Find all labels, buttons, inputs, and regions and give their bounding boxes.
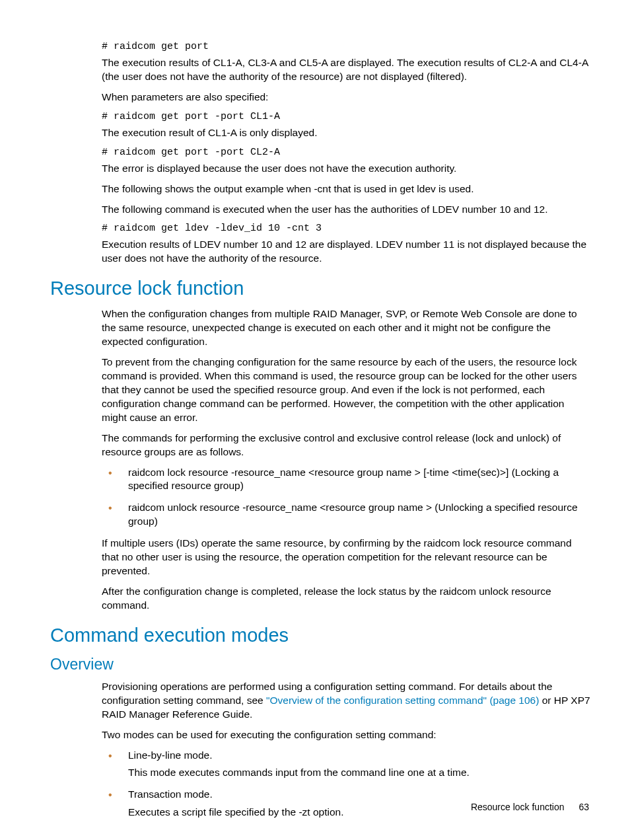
code-line: # raidcom get ldev -ldev_id 10 -cnt 3 (102, 223, 590, 234)
page-number: 63 (578, 802, 589, 812)
paragraph: When the configuration changes from mult… (102, 307, 590, 349)
bullet-list: raidcom lock resource -resource_name <re… (102, 466, 590, 529)
paragraph: Execution results of LDEV number 10 and … (102, 238, 590, 266)
paragraph: The following command is executed when t… (102, 203, 590, 217)
list-item-label: Line-by-line mode. (128, 749, 213, 761)
code-line: # raidcom get port -port CL1-A (102, 111, 590, 122)
list-item: raidcom lock resource -resource_name <re… (102, 466, 590, 494)
paragraph: To prevent from the changing configurati… (102, 356, 590, 425)
section-body: If multiple users (IDs) operate the same… (102, 537, 590, 613)
section-body: Provisioning operations are performed us… (102, 680, 590, 742)
paragraph: The error is displayed because the user … (102, 162, 590, 176)
subheading-overview: Overview (50, 656, 590, 673)
paragraph: Provisioning operations are performed us… (102, 680, 590, 722)
paragraph: When parameters are also specified: (102, 91, 590, 104)
document-page: # raidcom get port The execution results… (0, 0, 630, 840)
code-line: # raidcom get port (102, 41, 590, 52)
paragraph: The execution result of CL1-A is only di… (102, 126, 590, 140)
top-block: # raidcom get port The execution results… (102, 41, 590, 266)
paragraph: After the configuration change is comple… (102, 585, 590, 613)
section-body: When the configuration changes from mult… (102, 307, 590, 459)
list-item-sub: This mode executes commands input from t… (128, 766, 590, 780)
list-item: Line-by-line mode. This mode executes co… (102, 749, 590, 781)
paragraph: The execution results of CL1-A, CL3-A an… (102, 56, 590, 84)
paragraph: The following shows the output example w… (102, 182, 590, 196)
list-item: raidcom unlock resource -resource_name <… (102, 501, 590, 529)
footer-section-title: Resource lock function (471, 802, 565, 812)
paragraph: Two modes can be used for executing the … (102, 728, 590, 742)
heading-command-execution: Command execution modes (50, 625, 590, 646)
paragraph: The commands for performing the exclusiv… (102, 432, 590, 459)
list-item-label: Transaction mode. (128, 788, 213, 800)
page-footer: Resource lock function 63 (471, 802, 589, 812)
heading-resource-lock: Resource lock function (50, 278, 590, 299)
code-line: # raidcom get port -port CL2-A (102, 147, 590, 158)
link-overview-config[interactable]: "Overview of the configuration setting c… (266, 695, 539, 706)
paragraph: If multiple users (IDs) operate the same… (102, 537, 590, 578)
